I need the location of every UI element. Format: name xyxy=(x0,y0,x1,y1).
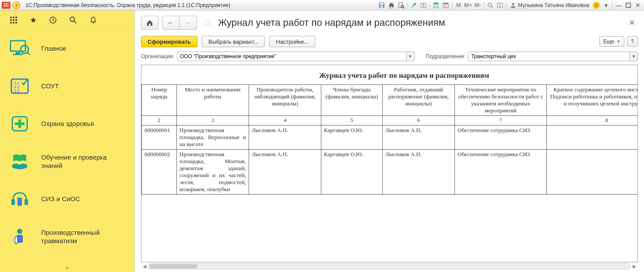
svg-point-27 xyxy=(13,17,14,18)
calendar-icon[interactable]: 31 xyxy=(441,1,450,10)
svg-point-38 xyxy=(93,22,94,23)
table-row[interactable]: 000000002Производственная площадка, Монт… xyxy=(142,150,638,195)
dropdown-button[interactable]: ▾ xyxy=(602,1,610,10)
sidebar-item-sout[interactable]: 3.13.23.3 СОУТ xyxy=(0,67,134,105)
report-table: Номер наряда Место и наименование работы… xyxy=(141,84,638,195)
sidebar-expand-arrow[interactable]: ▼ xyxy=(0,264,134,272)
user-menu[interactable]: Мулыкина Татьяна Ивановна xyxy=(508,2,591,8)
nav-forward-button[interactable]: → xyxy=(179,16,197,30)
info-button[interactable]: i xyxy=(592,1,601,10)
compare-icon[interactable] xyxy=(419,1,428,10)
svg-point-53 xyxy=(17,229,22,234)
horizontal-scrollbar[interactable]: ◀ ▶ xyxy=(141,262,638,270)
book-hand-icon xyxy=(9,150,31,172)
dept-label: Подразделение: xyxy=(426,53,466,59)
svg-rect-1 xyxy=(380,3,384,5)
sidebar-item-main[interactable]: Главное xyxy=(0,30,134,67)
sidebar-item-label: СОУТ xyxy=(41,82,59,91)
svg-rect-4 xyxy=(390,3,393,4)
org-dropdown-button[interactable]: ▼ xyxy=(407,52,415,61)
svg-rect-41 xyxy=(13,54,23,55)
panel-icon[interactable] xyxy=(496,1,504,10)
memory-m-button[interactable]: M xyxy=(454,1,463,10)
sidebar-item-label: Производственный травматизм xyxy=(41,228,126,245)
medical-cross-icon xyxy=(9,113,31,135)
svg-point-33 xyxy=(13,22,14,24)
svg-rect-51 xyxy=(11,199,15,205)
app-title: 1С:Производственная безопасность. Охрана… xyxy=(25,2,230,8)
svg-rect-52 xyxy=(25,199,28,205)
table-column-numbers: 2 3 4 5 6 7 8 xyxy=(142,116,638,126)
search-icon[interactable] xyxy=(69,16,77,24)
svg-point-15 xyxy=(435,7,436,7)
svg-point-14 xyxy=(436,5,437,6)
minimize-button[interactable]: — xyxy=(614,1,623,10)
svg-rect-22 xyxy=(497,3,503,7)
sidebar: ★ Главное 3.13.23.3 СОУТ xyxy=(0,10,135,272)
svg-rect-25 xyxy=(626,3,630,7)
sidebar-item-label: Главное xyxy=(41,44,66,53)
choose-variant-button[interactable]: Выбрать вариант... xyxy=(202,36,265,47)
sidebar-item-label: Обучение и проверка знаний xyxy=(41,153,126,170)
titlebar: 1C ▾ 1С:Производственная безопасность. О… xyxy=(0,0,644,10)
report-area[interactable]: Журнал учета работ по нарядам и распоряж… xyxy=(141,65,638,262)
table-header-row: Номер наряда Место и наименование работы… xyxy=(142,85,638,116)
svg-point-28 xyxy=(15,17,17,18)
sidebar-item-label: Охрана здоровья xyxy=(41,119,94,128)
svg-point-24 xyxy=(512,3,514,5)
memory-mminus-button[interactable]: M- xyxy=(473,1,482,10)
save-icon[interactable] xyxy=(377,1,386,10)
content-area: ← → ☆ Журнал учета работ по нарядам и ра… xyxy=(135,10,644,272)
monitor-search-icon xyxy=(9,38,31,59)
svg-rect-2 xyxy=(380,6,383,7)
svg-rect-5 xyxy=(390,6,393,8)
calculator-icon[interactable] xyxy=(432,1,440,10)
history-icon[interactable] xyxy=(49,16,57,24)
svg-point-36 xyxy=(70,17,74,21)
svg-rect-55 xyxy=(15,237,18,244)
org-input[interactable] xyxy=(177,52,407,61)
settings-button[interactable]: Настройки... xyxy=(269,36,315,47)
svg-rect-12 xyxy=(434,3,438,4)
sidebar-item-label: СИЗ и СиОС xyxy=(41,195,80,203)
memory-mplus-button[interactable]: M+ xyxy=(464,1,472,10)
nav-back-button[interactable]: ← xyxy=(162,16,179,30)
svg-point-13 xyxy=(435,5,436,6)
generate-button[interactable]: Сформировать xyxy=(141,36,197,47)
svg-point-20 xyxy=(488,3,492,7)
maximize-button[interactable] xyxy=(624,1,633,10)
more-button[interactable]: Еще▼ xyxy=(599,36,624,47)
favorites-star-icon[interactable]: ★ xyxy=(30,15,37,25)
print-icon[interactable] xyxy=(387,1,396,10)
org-label: Организация: xyxy=(141,53,174,59)
sidebar-item-injuries[interactable]: Производственный травматизм xyxy=(0,218,134,255)
notifications-bell-icon[interactable] xyxy=(89,16,97,24)
user-icon xyxy=(510,2,516,8)
report-title: Журнал учета работ по нарядам и распоряж… xyxy=(141,65,638,84)
sidebar-item-training[interactable]: Обучение и проверка знаний xyxy=(0,143,134,180)
apps-grid-icon[interactable] xyxy=(10,16,18,24)
table-row[interactable]: 000000001Производственная площадка, Верх… xyxy=(142,126,638,150)
svg-rect-9 xyxy=(421,3,423,7)
svg-point-34 xyxy=(15,22,17,24)
svg-line-8 xyxy=(403,7,404,8)
close-window-button[interactable]: ✕ xyxy=(633,1,642,10)
link-out-icon[interactable] xyxy=(409,1,418,10)
main-menu-button[interactable]: ▾ xyxy=(12,1,20,9)
preview-icon[interactable] xyxy=(397,1,405,10)
app-logo-icon: 1C xyxy=(2,2,11,9)
favorite-star-icon[interactable]: ☆ xyxy=(203,17,212,28)
close-page-button[interactable]: ✕ xyxy=(626,18,638,28)
svg-text:31: 31 xyxy=(444,4,448,8)
help-button[interactable]: ? xyxy=(627,36,638,47)
svg-rect-40 xyxy=(16,52,20,54)
zoom-icon[interactable] xyxy=(486,1,495,10)
home-button[interactable] xyxy=(141,16,158,30)
dept-input[interactable] xyxy=(468,52,630,61)
svg-text:3.3: 3.3 xyxy=(14,89,20,93)
dept-dropdown-button[interactable]: ▼ xyxy=(630,52,638,61)
checklist-icon: 3.13.23.3 xyxy=(9,75,31,97)
sidebar-item-health[interactable]: Охрана здоровья xyxy=(0,105,134,143)
svg-point-29 xyxy=(10,19,12,21)
sidebar-item-siz[interactable]: СИЗ и СиОС xyxy=(0,180,134,218)
